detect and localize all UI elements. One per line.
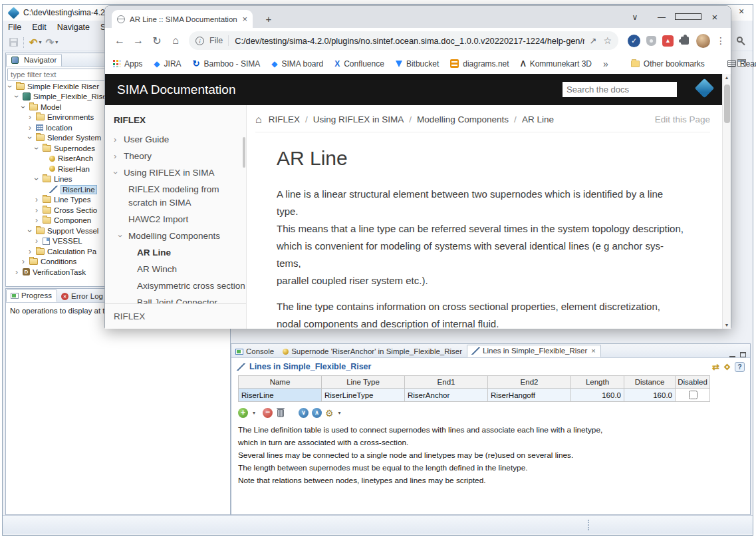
expander-icon[interactable]	[35, 176, 42, 182]
redo-icon[interactable]: ↷	[46, 38, 55, 47]
col-name[interactable]: Name	[239, 376, 322, 389]
sidebar-item-theory[interactable]: ›Theory	[105, 150, 246, 163]
tab-navigator[interactable]: Navigator	[6, 54, 62, 67]
tab-lines[interactable]: Lines in Simple_Flexible_Riser ×	[467, 345, 601, 357]
url-text[interactable]: C:/dev/testing/sima-4.2.0/plugins/no.sin…	[235, 36, 584, 46]
docs-search-input[interactable]	[563, 82, 677, 97]
cell-end2[interactable]: RiserHangoff	[488, 389, 571, 402]
sidebar-item-modelling-components[interactable]: ›Modelling Components	[105, 230, 246, 243]
bookmark-sima-board[interactable]: ◆SIMA board	[271, 59, 323, 69]
minimize-view-icon[interactable]	[729, 352, 735, 357]
col-length[interactable]: Length	[571, 376, 624, 389]
expander-icon[interactable]	[29, 124, 35, 131]
scroll-thumb[interactable]	[724, 85, 730, 123]
expander-icon[interactable]	[29, 228, 35, 234]
extensions-puzzle-icon[interactable]	[681, 37, 689, 45]
page-scrollbar[interactable]: ▲ ▼	[722, 74, 731, 329]
sidebar-item-hawc2-import[interactable]: HAWC2 Import	[105, 213, 246, 226]
red-extension-icon[interactable]: ▲	[662, 35, 674, 47]
maximize-view-icon[interactable]	[740, 352, 746, 357]
sidebar-item-axisymmetric[interactable]: Axisymmetric cross section	[105, 279, 246, 293]
gear-icon[interactable]: ⚙	[325, 409, 334, 418]
chevron-down-icon[interactable]: ›	[109, 171, 122, 174]
expander-icon[interactable]	[22, 258, 29, 265]
expander-icon[interactable]	[22, 104, 29, 110]
sync-icon[interactable]: ⇄	[712, 362, 719, 372]
bookmark-confluence[interactable]: XConfluence	[334, 59, 384, 69]
tab-search-icon[interactable]: ∨	[622, 13, 648, 22]
save-icon[interactable]	[9, 38, 18, 47]
sidebar-footer[interactable]: RIFLEX	[105, 303, 246, 329]
bookmark-bamboo[interactable]: ↻Bamboo - SIMA	[193, 59, 261, 69]
col-line-type[interactable]: Line Type	[322, 376, 405, 389]
scroll-down-icon[interactable]: ▼	[723, 323, 731, 327]
share-icon[interactable]: ↗	[590, 36, 597, 46]
crumb-using-riflex[interactable]: Using RIFLEX in SIMA	[313, 114, 404, 124]
expander-icon[interactable]	[15, 93, 22, 100]
crumb-modelling-components[interactable]: Modelling Components	[417, 114, 509, 124]
cell-end1[interactable]: RiserAnchor	[405, 389, 488, 402]
chevron-right-icon[interactable]: ›	[114, 150, 116, 163]
tab-close-icon[interactable]: ×	[242, 14, 247, 24]
menu-edit[interactable]: Edit	[27, 23, 52, 32]
close-icon[interactable]: ×	[701, 11, 728, 23]
cell-line-type[interactable]: RiserLineType	[322, 389, 405, 402]
edit-page-link[interactable]: Edit this Page	[655, 114, 710, 124]
browser-menu-icon[interactable]: ⋮	[716, 35, 725, 46]
expander-icon[interactable]	[35, 196, 42, 203]
expander-icon[interactable]	[35, 207, 42, 214]
add-button[interactable]: +	[238, 408, 248, 418]
expander-icon[interactable]	[29, 114, 35, 120]
home-icon[interactable]: ⌂	[166, 35, 185, 47]
undo-dropdown-icon[interactable]: ▾	[39, 39, 42, 45]
sidebar-item-user-guide[interactable]: ›User Guide	[105, 133, 246, 146]
reading-list[interactable]: Reading list	[727, 59, 756, 69]
redo-dropdown-icon[interactable]: ▾	[55, 39, 58, 45]
sidebar-item-ar-line[interactable]: AR Line	[105, 246, 246, 260]
app-close-icon[interactable]: ×	[734, 6, 749, 17]
tab-supernode[interactable]: Supernode 'RiserAnchor' in Simple_Flexib…	[279, 346, 467, 357]
crumb-riflex[interactable]: RIFLEX	[269, 114, 300, 124]
bookmark-kommunekart[interactable]: ΛKommunekart 3D	[521, 59, 592, 69]
menu-file[interactable]: File	[3, 23, 27, 32]
menu-navigate[interactable]: Navigate	[52, 23, 95, 32]
reload-icon[interactable]: ↻	[148, 35, 166, 47]
tab-error-log[interactable]: × Error Log	[57, 291, 108, 302]
forward-icon[interactable]: →	[129, 35, 148, 47]
new-tab-button[interactable]: +	[262, 13, 275, 25]
scroll-up-icon[interactable]: ▲	[723, 75, 731, 80]
address-bar[interactable]: i File C:/dev/testing/sima-4.2.0/plugins…	[189, 31, 618, 50]
sidebar-item-ar-winch[interactable]: AR Winch	[105, 263, 246, 276]
expander-icon[interactable]	[29, 248, 35, 255]
expander-icon[interactable]	[35, 238, 42, 244]
info-icon[interactable]: i	[195, 37, 204, 45]
tab-progress[interactable]: Progress	[6, 289, 57, 302]
sidebar-item-riflex-modeling[interactable]: RIFLEX modeling from scratch in SIMA	[105, 183, 246, 210]
bookmark-jira[interactable]: ◆JIRA	[154, 59, 181, 69]
expander-icon[interactable]	[35, 217, 42, 224]
help-icon[interactable]: ?	[735, 362, 745, 372]
navigate-icon[interactable]	[724, 363, 731, 370]
col-end1[interactable]: End1	[405, 376, 488, 389]
delete-button[interactable]	[277, 409, 284, 417]
browser-tab[interactable]: AR Line :: SIMA Documentation ×	[112, 10, 253, 28]
home-icon[interactable]: ⌂	[255, 115, 262, 124]
bookmark-diagrams[interactable]: diagrams.net	[450, 59, 509, 69]
cell-name[interactable]: RiserLine	[239, 389, 322, 402]
sidebar-item-using-riflex[interactable]: ›Using RIFLEX in SIMA	[105, 166, 246, 180]
col-disabled[interactable]: Disabled	[676, 376, 710, 389]
maximize-icon[interactable]	[675, 13, 701, 22]
remove-button[interactable]: −	[263, 408, 273, 418]
col-end2[interactable]: End2	[488, 376, 571, 389]
disabled-checkbox[interactable]	[689, 391, 697, 399]
move-up-button[interactable]: ∧	[312, 408, 322, 418]
sidebar-scroll-thumb[interactable]	[243, 137, 245, 168]
bookmarks-overflow-icon[interactable]: »	[603, 59, 608, 69]
chevron-right-icon[interactable]: ›	[114, 133, 116, 146]
statusbar-grip[interactable]	[588, 520, 589, 530]
table-row[interactable]: RiserLine RiserLineType RiserAnchor Rise…	[239, 389, 710, 402]
sidebar-item-ball-joint[interactable]: Ball Joint Connector	[105, 296, 246, 303]
tab-console[interactable]: Console	[231, 346, 279, 357]
expander-icon[interactable]	[15, 269, 22, 275]
bookmark-star-icon[interactable]: ☆	[603, 35, 612, 46]
